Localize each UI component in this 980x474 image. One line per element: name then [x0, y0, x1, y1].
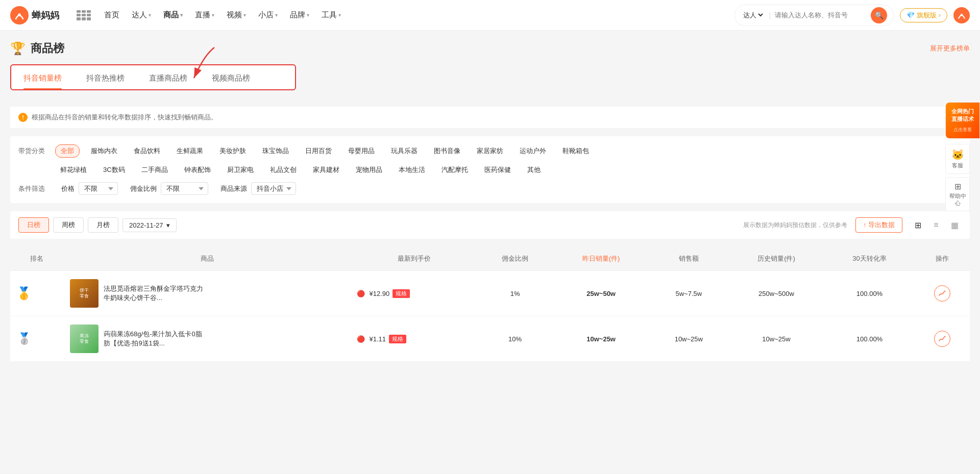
cat-all[interactable]: 全部: [55, 144, 80, 158]
tab-live-rank[interactable]: 直播商品榜: [149, 73, 187, 89]
commission-filter-select[interactable]: 不限 1%-10% 10%-30% 30%+: [161, 182, 208, 195]
help-center-widget[interactable]: ⊞ 帮助中心: [945, 177, 970, 212]
price-filter: 价格 不限 0-50 50-100 100+: [61, 182, 118, 195]
cat-furniture[interactable]: 家具建材: [308, 164, 345, 176]
cat-local[interactable]: 本地生活: [394, 164, 430, 176]
day-period-button[interactable]: 日榜: [18, 217, 49, 233]
price-filter-label: 价格: [61, 184, 75, 193]
action-cell-2: [914, 316, 970, 362]
nav-product[interactable]: 商品 ▾: [163, 10, 183, 20]
revenue-value-1: 5w~7.5w: [675, 290, 702, 297]
cat-home[interactable]: 家居家纺: [472, 145, 508, 157]
search-input[interactable]: [775, 11, 867, 19]
svg-point-0: [18, 13, 21, 16]
search-button[interactable]: 🔍: [871, 7, 887, 23]
cat-pets[interactable]: 宠物用品: [351, 164, 387, 176]
period-buttons: 日榜 周榜 月榜 2022-11-27 ▾: [18, 217, 177, 233]
nav-tools[interactable]: 工具 ▾: [322, 10, 341, 20]
hot-banner[interactable]: 全网热门 直播话术 点击查看: [945, 102, 980, 139]
price-cell-1: 🔴 ¥12.90 规格: [351, 271, 477, 316]
commission-cell-2: 10%: [477, 316, 552, 362]
nav-shop[interactable]: 小店 ▾: [258, 10, 278, 20]
cat-jewelry[interactable]: 珠宝饰品: [257, 145, 294, 157]
col-commission: 佣金比例: [477, 247, 552, 271]
cat-food[interactable]: 食品饮料: [129, 145, 165, 157]
list-view-button[interactable]: ≡: [929, 218, 943, 232]
cat-shoes[interactable]: 鞋靴箱包: [557, 145, 594, 157]
grid-menu-icon[interactable]: [75, 8, 89, 22]
view-toggle: ⊞ ≡ ▦: [911, 218, 962, 232]
rank-badge-2: 🥈: [16, 331, 32, 346]
cat-sports[interactable]: 运动户外: [514, 145, 551, 157]
cat-gifts[interactable]: 礼品文创: [265, 164, 302, 176]
product-cell-2: 果冻零食 蒟蒻果冻68g/包-果汁加入低卡0脂肪【优选·拍9送1袋...: [64, 316, 351, 362]
expand-more-link[interactable]: 展开更多榜单: [930, 44, 970, 53]
source-filter-select[interactable]: 抖音小店 全部: [251, 182, 296, 195]
nav-brand[interactable]: 品牌 ▾: [290, 10, 309, 20]
customer-service-widget[interactable]: 🐱 客服: [945, 144, 970, 174]
col-conversion: 30天转化率: [825, 247, 915, 271]
nav-live[interactable]: 直播 ▾: [195, 10, 214, 20]
info-bar: ! 根据商品在抖音的销量和转化率数据排序，快速找到畅销商品。: [10, 107, 970, 128]
price-filter-select[interactable]: 不限 0-50 50-100 100+: [79, 182, 118, 195]
logo[interactable]: 蝉妈妈: [10, 6, 59, 24]
rank-cell: 🥇: [10, 271, 64, 316]
nav-talent[interactable]: 达人 ▾: [132, 10, 151, 20]
nav-video[interactable]: 视频 ▾: [227, 10, 246, 20]
export-button[interactable]: ↑ 导出数据: [855, 217, 902, 233]
search-type-select[interactable]: 达人 商品: [741, 11, 765, 19]
month-period-button[interactable]: 月榜: [88, 217, 118, 233]
spec-tag-1[interactable]: 规格: [393, 289, 410, 298]
cat-secondhand[interactable]: 二手商品: [136, 164, 173, 176]
price-value-2: ¥1.11: [369, 335, 386, 343]
trend-button-1[interactable]: [934, 285, 950, 302]
cat-daily[interactable]: 日用百货: [300, 145, 337, 157]
cat-medical[interactable]: 医药保健: [479, 164, 516, 176]
tab-video-rank[interactable]: 视频商品榜: [212, 73, 250, 89]
diamond-icon: 💎: [906, 11, 915, 19]
help-icon: ⊞: [954, 182, 961, 191]
info-icon: !: [18, 113, 28, 122]
cat-baby[interactable]: 母婴用品: [343, 145, 380, 157]
trend-button-2[interactable]: [934, 331, 950, 347]
date-picker[interactable]: 2022-11-27 ▾: [122, 218, 177, 232]
cat-beauty[interactable]: 美妆护肤: [214, 145, 251, 157]
tab-hot-rank[interactable]: 抖音热推榜: [86, 73, 125, 89]
revenue-value-2: 10w~25w: [675, 335, 703, 343]
cat-clothing[interactable]: 服饰内衣: [86, 145, 122, 157]
grid-view-button[interactable]: ⊞: [911, 218, 925, 232]
cat-digital[interactable]: 3C数码: [98, 164, 130, 176]
yesterday-sales-value-2: 10w~25w: [586, 335, 616, 343]
commission-filter: 佣金比例 不限 1%-10% 10%-30% 30%+: [130, 182, 208, 195]
cat-auto[interactable]: 汽配摩托: [436, 164, 473, 176]
chart-view-button[interactable]: ▦: [947, 218, 962, 232]
product-image-1: 饼干零食: [70, 279, 99, 308]
cat-watches[interactable]: 钟表配饰: [179, 164, 216, 176]
category-row-2: 带货分类 鲜花绿植 3C数码 二手商品 钟表配饰 厨卫家电 礼品文创 家具建材 …: [18, 164, 962, 176]
tab-sales-rank[interactable]: 抖音销量榜: [23, 73, 62, 89]
spec-tag-2[interactable]: 规格: [389, 335, 406, 343]
cat-fresh[interactable]: 生鲜蔬果: [172, 145, 208, 157]
nav-home[interactable]: 首页: [104, 10, 119, 20]
toolbar-row: 日榜 周榜 月榜 2022-11-27 ▾ 展示数据为蝉妈妈预估数据，仅供参考 …: [10, 211, 970, 239]
vip-button[interactable]: 💎 旗舰版 ›: [900, 8, 947, 22]
header: 蝉妈妈 首页 达人 ▾ 商品 ▾ 直播 ▾ 视频 ▾ 小店 ▾ 品牌 ▾ 工具 …: [0, 0, 980, 31]
date-value: 2022-11-27: [129, 221, 163, 229]
page-title: 商品榜: [31, 41, 64, 56]
commission-filter-label: 佣金比例: [130, 184, 157, 193]
product-image-2: 果冻零食: [70, 325, 99, 353]
product-info-1: 饼干零食 法思觅语熔岩三角酥金字塔巧克力牛奶味夹心饼干谷...: [70, 279, 345, 308]
price-area-1: 🔴 ¥12.90 规格: [357, 289, 471, 298]
cat-flowers[interactable]: 鲜花绿植: [55, 164, 92, 176]
conversion-value-1: 100.00%: [856, 290, 883, 297]
revenue-cell-2: 10w~25w: [649, 316, 728, 362]
cat-toys[interactable]: 玩具乐器: [386, 145, 423, 157]
week-period-button[interactable]: 周榜: [53, 217, 84, 233]
cat-other[interactable]: 其他: [522, 164, 546, 176]
cat-books[interactable]: 图书音像: [429, 145, 465, 157]
cat-kitchen[interactable]: 厨卫家电: [222, 164, 259, 176]
user-avatar[interactable]: [953, 7, 970, 23]
info-text: 根据商品在抖音的销量和转化率数据排序，快速找到畅销商品。: [32, 113, 217, 122]
product-name-2: 蒟蒻果冻68g/包-果汁加入低卡0脂肪【优选·拍9送1袋...: [104, 330, 206, 348]
history-sales-value-2: 10w~25w: [762, 335, 790, 343]
